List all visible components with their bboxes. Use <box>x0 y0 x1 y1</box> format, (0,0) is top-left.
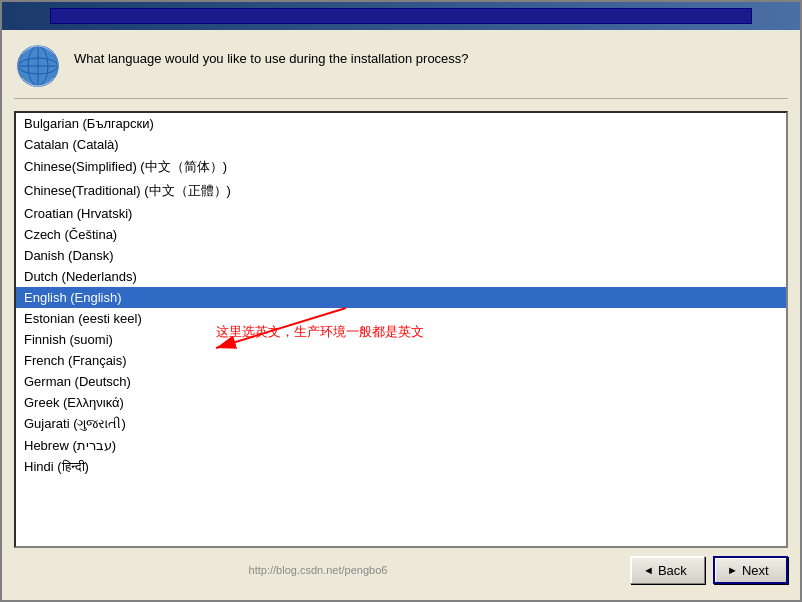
language-item-chinese-simplified[interactable]: Chinese(Simplified) (中文（简体）) <box>16 155 786 179</box>
language-item-finnish[interactable]: Finnish (suomi) <box>16 329 786 350</box>
title-bar <box>2 2 800 30</box>
language-list-container: Bulgarian (Български)Catalan (Català)Chi… <box>14 111 788 548</box>
language-item-gujarati[interactable]: Gujarati (ગુજરાતી) <box>16 413 786 435</box>
back-label: Back <box>658 563 687 578</box>
language-list[interactable]: Bulgarian (Български)Catalan (Català)Chi… <box>16 113 786 546</box>
language-item-catalan[interactable]: Catalan (Català) <box>16 134 786 155</box>
next-button[interactable]: ► Next <box>713 556 788 584</box>
language-item-chinese-traditional[interactable]: Chinese(Traditional) (中文（正體）) <box>16 179 786 203</box>
next-label: Next <box>742 563 769 578</box>
back-button[interactable]: ◄ Back <box>630 556 705 584</box>
language-item-english[interactable]: English (English) <box>16 287 786 308</box>
back-icon: ◄ <box>643 564 654 576</box>
content-area: What language would you like to use duri… <box>2 30 800 600</box>
next-icon: ► <box>727 564 738 576</box>
footer-section: http://blog.csdn.net/pengbo6 ◄ Back ► Ne… <box>14 548 788 588</box>
progress-bar <box>50 8 752 24</box>
language-item-hebrew[interactable]: Hebrew (עברית) <box>16 435 786 456</box>
globe-icon <box>14 42 62 90</box>
footer-url: http://blog.csdn.net/pengbo6 <box>14 564 622 576</box>
language-item-french[interactable]: French (Français) <box>16 350 786 371</box>
language-item-dutch[interactable]: Dutch (Nederlands) <box>16 266 786 287</box>
language-item-german[interactable]: German (Deutsch) <box>16 371 786 392</box>
language-item-croatian[interactable]: Croatian (Hrvatski) <box>16 203 786 224</box>
language-item-bulgarian[interactable]: Bulgarian (Български) <box>16 113 786 134</box>
language-item-danish[interactable]: Danish (Dansk) <box>16 245 786 266</box>
language-item-hindi[interactable]: Hindi (हिन्दी) <box>16 456 786 478</box>
language-item-greek[interactable]: Greek (Ελληνικά) <box>16 392 786 413</box>
header-section: What language would you like to use duri… <box>14 42 788 99</box>
installation-window: What language would you like to use duri… <box>0 0 802 602</box>
language-item-estonian[interactable]: Estonian (eesti keel) <box>16 308 786 329</box>
header-question: What language would you like to use duri… <box>74 42 469 68</box>
language-item-czech[interactable]: Czech (Čeština) <box>16 224 786 245</box>
